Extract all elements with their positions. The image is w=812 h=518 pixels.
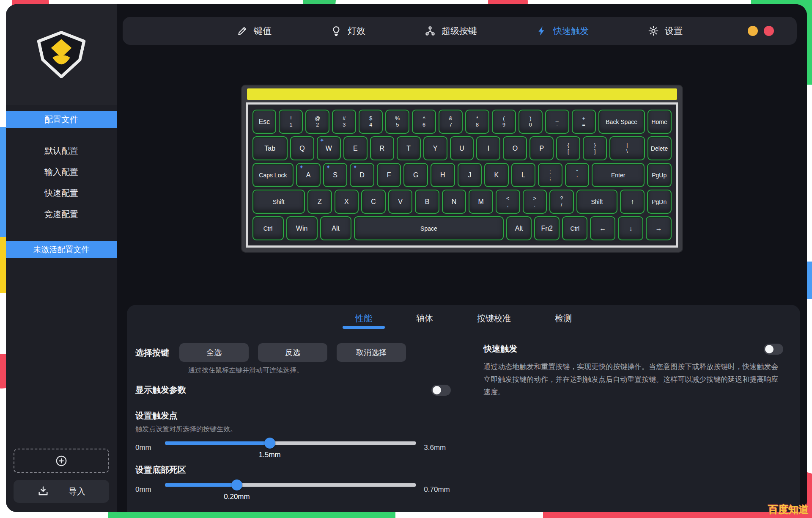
key-u[interactable]: U <box>450 136 474 160</box>
key-0[interactable]: )0 <box>518 110 543 134</box>
key-r5c10[interactable]: → <box>646 216 671 240</box>
key-1[interactable]: !1 <box>279 110 303 134</box>
key-p[interactable]: P <box>529 136 554 160</box>
key-r4c13[interactable]: ↑ <box>620 190 645 214</box>
key-alt[interactable]: Alt <box>320 216 351 240</box>
key-fn2[interactable]: Fn2 <box>534 216 560 240</box>
key-8[interactable]: *8 <box>465 110 489 134</box>
rapid-trigger-toggle[interactable] <box>764 344 783 355</box>
key-o[interactable]: O <box>503 136 527 160</box>
key-pgdn[interactable]: PgDn <box>647 190 672 214</box>
sidebar-item-race-config[interactable]: 竞速配置 <box>6 206 117 223</box>
nav-tab-settings[interactable]: 设置 <box>648 25 683 37</box>
key-x[interactable]: X <box>335 190 359 214</box>
key-r[interactable]: R <box>370 136 394 160</box>
key-r2c14[interactable]: |\ <box>609 136 645 160</box>
tab-calibration[interactable]: 按键校准 <box>477 305 511 332</box>
key-h[interactable]: H <box>431 163 455 187</box>
key-6[interactable]: ^6 <box>412 110 436 134</box>
key-5[interactable]: %5 <box>385 110 409 134</box>
tab-detection[interactable]: 检测 <box>555 305 572 332</box>
nav-tab-lighting[interactable]: 灯效 <box>331 25 365 37</box>
key-t[interactable]: T <box>397 136 421 160</box>
deselect-button[interactable]: 取消选择 <box>337 343 406 362</box>
key-n[interactable]: N <box>442 190 466 214</box>
key-back-space[interactable]: Back Space <box>598 110 645 134</box>
key-tab[interactable]: Tab <box>252 136 288 160</box>
nav-label: 快速触发 <box>553 25 589 37</box>
trigger-point-slider[interactable]: 1.5mm <box>165 435 416 460</box>
invert-selection-button[interactable]: 反选 <box>258 343 327 362</box>
key-r5c8[interactable]: ← <box>590 216 615 240</box>
nav-tab-keymap[interactable]: 键值 <box>237 25 272 37</box>
key-7[interactable]: &7 <box>439 110 463 134</box>
inactive-profile-banner[interactable]: 未激活配置文件 <box>6 241 117 258</box>
sidebar-item-default-config[interactable]: 默认配置 <box>6 142 117 159</box>
key-shift[interactable]: Shift <box>576 190 618 214</box>
key-shift[interactable]: Shift <box>252 190 305 214</box>
key-enter[interactable]: Enter <box>592 163 645 187</box>
slider-knob[interactable] <box>231 479 242 490</box>
nav-tab-super-keys[interactable]: 超级按键 <box>425 25 477 37</box>
key-z[interactable]: Z <box>307 190 332 214</box>
key-i[interactable]: I <box>476 136 500 160</box>
key-3[interactable]: #3 <box>332 110 356 134</box>
key-9[interactable]: (9 <box>492 110 516 134</box>
key-d[interactable]: ✦D <box>350 163 374 187</box>
slider-value: 0.20mm <box>224 493 250 501</box>
key-delete[interactable]: Delete <box>647 136 672 160</box>
key-y[interactable]: Y <box>423 136 447 160</box>
minimize-button[interactable] <box>748 26 758 36</box>
key-r4c9[interactable]: <, <box>496 190 520 214</box>
import-button[interactable]: 导入 <box>14 480 109 503</box>
key-r4c10[interactable]: >. <box>523 190 547 214</box>
key-j[interactable]: J <box>458 163 482 187</box>
keyboard-row-1: Esc!1@2#3$4%5^6&7*8(9)0_-+=Back SpaceHom… <box>252 110 672 134</box>
tab-performance[interactable]: 性能 <box>355 305 372 332</box>
select-all-button[interactable]: 全选 <box>179 343 249 362</box>
key-s[interactable]: ✦S <box>323 163 348 187</box>
key-f[interactable]: F <box>377 163 401 187</box>
key-caps-lock[interactable]: Caps Lock <box>252 163 294 187</box>
key-q[interactable]: Q <box>290 136 314 160</box>
key-v[interactable]: V <box>388 190 413 214</box>
close-button[interactable] <box>764 26 774 36</box>
tab-switch[interactable]: 轴体 <box>416 305 433 332</box>
key-r5c9[interactable]: ↓ <box>618 216 643 240</box>
nav-tab-rapid-trigger[interactable]: 快速触发 <box>536 25 589 37</box>
sidebar-item-input-config[interactable]: 输入配置 <box>6 163 117 180</box>
key-ctrl[interactable]: Ctrl <box>562 216 587 240</box>
key-m[interactable]: M <box>469 190 493 214</box>
key-2[interactable]: @2 <box>305 110 329 134</box>
key-4[interactable]: $4 <box>359 110 383 134</box>
key-space[interactable]: Space <box>354 216 504 240</box>
key-b[interactable]: B <box>415 190 439 214</box>
key-w[interactable]: ✦W <box>317 136 341 160</box>
dead-zone-slider[interactable]: 0.20mm <box>165 477 416 502</box>
key-r3c11[interactable]: :; <box>538 163 562 187</box>
key-alt[interactable]: Alt <box>506 216 532 240</box>
key-g[interactable]: G <box>403 163 428 187</box>
slider-knob[interactable] <box>264 438 275 449</box>
key-win[interactable]: Win <box>286 216 318 240</box>
key-ctrl[interactable]: Ctrl <box>252 216 284 240</box>
add-profile-button[interactable] <box>14 449 109 473</box>
sidebar-section-profiles[interactable]: 配置文件 <box>6 111 117 128</box>
key-k[interactable]: K <box>484 163 509 187</box>
key-r2c13[interactable]: }] <box>583 136 607 160</box>
key-l[interactable]: L <box>511 163 536 187</box>
key-r4c11[interactable]: ?/ <box>549 190 574 214</box>
show-params-label: 显示触发参数 <box>135 384 186 396</box>
key-pgup[interactable]: PgUp <box>647 163 672 187</box>
sidebar-item-quick-config[interactable]: 快速配置 <box>6 185 117 201</box>
key-c[interactable]: C <box>361 190 386 214</box>
show-params-toggle[interactable] <box>431 385 451 396</box>
key-r1c13[interactable]: += <box>572 110 596 134</box>
key-r3c12[interactable]: "' <box>565 163 590 187</box>
key-e[interactable]: E <box>343 136 368 160</box>
key-r2c12[interactable]: {[ <box>556 136 580 160</box>
key-a[interactable]: ✦A <box>296 163 321 187</box>
key-r1c12[interactable]: _- <box>545 110 569 134</box>
key-home[interactable]: Home <box>647 110 672 134</box>
key-esc[interactable]: Esc <box>252 110 277 134</box>
